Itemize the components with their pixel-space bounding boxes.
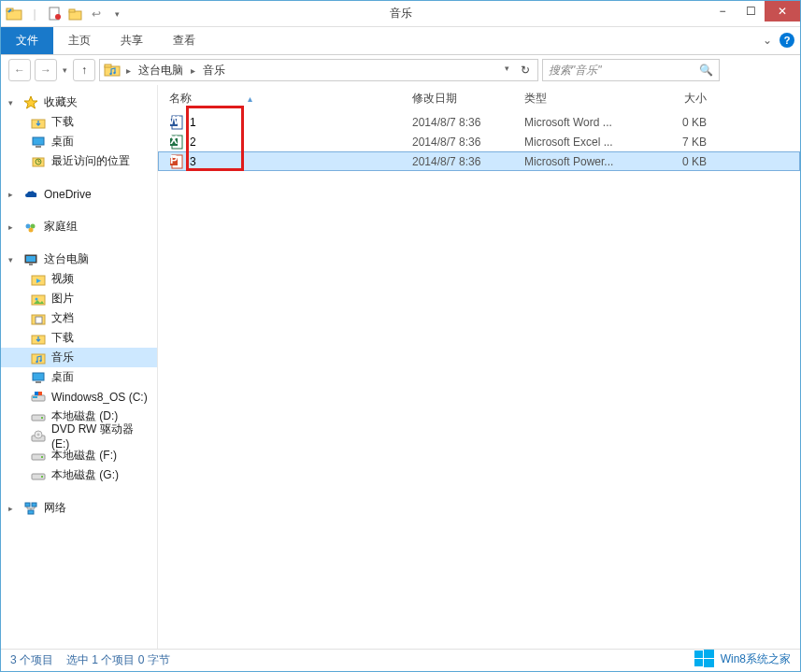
sidebar-item-label: OneDrive [44,188,92,201]
file-row[interactable]: X 2 2014/8/7 8:36 Microsoft Excel ... 7 … [158,132,800,151]
svg-point-17 [29,227,34,232]
file-name: 3 [190,155,412,168]
sidebar-item-homegroup[interactable]: ▸ 家庭组 [1,217,157,236]
breadcrumb-item[interactable]: 音乐 [201,63,227,79]
dvd-drive-icon [31,429,46,444]
search-icon: 🔍 [699,64,713,77]
close-button[interactable]: ✕ [765,1,800,21]
tree-group-thispc: ▾ 这台电脑 视频 图片 文档 下载 音乐 桌面 Windows8_OS (C:… [1,250,157,485]
svg-rect-31 [36,381,41,383]
breadcrumb-sep-icon[interactable]: ▸ [187,65,199,76]
sidebar-item-recent[interactable]: 最近访问的位置 [1,151,157,171]
drive-icon [31,409,46,424]
svg-rect-12 [36,146,41,148]
column-header-type[interactable]: 类型 [524,91,641,107]
undo-icon[interactable]: ↩ [87,5,106,23]
qat-dropdown-icon[interactable]: ▾ [107,5,126,23]
chevron-right-icon[interactable]: ▸ [8,190,18,199]
desktop-icon [31,370,46,385]
watermark-text: Win8系统之家 [721,651,791,667]
sidebar-item-desktop[interactable]: 桌面 [1,132,157,151]
sidebar-item-label: 家庭组 [44,219,78,235]
sidebar-item-desktop[interactable]: 桌面 [1,367,157,387]
minimize-button[interactable]: − [708,1,737,21]
svg-rect-42 [41,456,43,458]
tab-file[interactable]: 文件 [1,27,53,54]
help-icon[interactable]: ? [780,33,794,48]
file-date: 2014/8/7 8:36 [412,136,524,149]
file-row[interactable]: W 1 2014/8/7 8:36 Microsoft Word ... 0 K… [158,112,800,132]
sidebar-item-drive-g[interactable]: 本地磁盘 (G:) [1,465,157,485]
chevron-down-icon[interactable]: ▾ [8,98,18,107]
music-folder-icon [31,350,46,365]
homegroup-icon [23,220,38,235]
breadcrumb-dropdown-icon[interactable]: ▾ [499,64,515,77]
maximize-button[interactable]: ☐ [737,1,765,21]
column-header-date[interactable]: 修改日期 [412,91,524,107]
svg-rect-45 [25,503,30,507]
svg-rect-46 [32,503,36,507]
sidebar-item-label: 本地磁盘 (G:) [51,467,119,483]
tab-home[interactable]: 主页 [53,27,106,54]
sidebar-item-label: 网络 [44,500,66,516]
chevron-right-icon[interactable]: ▸ [8,222,18,232]
sidebar-item-drive-c[interactable]: Windows8_OS (C:) [1,387,157,407]
column-header-size[interactable]: 大小 [641,91,707,107]
sidebar-item-dvd[interactable]: DVD RW 驱动器 (E:) [1,426,157,446]
svg-rect-58 [704,650,714,658]
sidebar-item-network[interactable]: ▸ 网络 [1,498,157,518]
file-type: Microsoft Excel ... [524,136,641,149]
back-button[interactable]: ← [8,59,31,81]
svg-rect-59 [694,659,703,666]
sidebar-item-label: DVD RW 驱动器 (E:) [51,422,153,450]
chevron-right-icon[interactable]: ▸ [8,504,18,513]
properties-icon[interactable] [46,5,64,23]
svg-rect-57 [694,651,703,658]
status-item-count: 3 个项目 [10,652,53,668]
watermark: Win8系统之家 [694,649,791,669]
sidebar-item-onedrive[interactable]: ▸ OneDrive [1,184,157,204]
recent-locations-icon[interactable]: ▾ [61,65,69,75]
sidebar-item-pictures[interactable]: 图片 [1,289,157,308]
search-input[interactable]: 搜索"音乐" 🔍 [542,59,720,81]
quick-access-toolbar: | ↩ ▾ [1,5,130,23]
sidebar-item-downloads[interactable]: 下载 [1,112,157,132]
sidebar-item-downloads[interactable]: 下载 [1,328,157,348]
file-size: 0 KB [641,155,707,168]
sidebar-item-label: 图片 [51,291,74,307]
svg-rect-47 [28,510,34,514]
forward-button[interactable]: → [35,59,57,81]
breadcrumb-sep-icon[interactable]: ▸ [122,65,135,76]
column-header-name[interactable]: 名称▴ [169,91,412,107]
file-type: Microsoft Power... [524,155,641,168]
tab-share[interactable]: 共享 [106,27,158,54]
sidebar-item-label: 音乐 [51,350,74,365]
sidebar-item-thispc[interactable]: ▾ 这台电脑 [1,250,157,269]
up-button[interactable]: ↑ [73,59,95,81]
status-selection: 选中 1 个项目 0 字节 [66,652,170,668]
statusbar: 3 个项目 选中 1 个项目 0 字节 Win8系统之家 [1,649,800,671]
refresh-icon[interactable]: ↻ [517,64,534,77]
sidebar-item-documents[interactable]: 文档 [1,308,157,328]
sidebar-item-videos[interactable]: 视频 [1,269,157,289]
titlebar: | ↩ ▾ 音乐 − ☐ ✕ [1,1,800,27]
svg-text:W: W [169,115,179,127]
chevron-down-icon[interactable]: ▾ [8,255,18,265]
search-placeholder: 搜索"音乐" [549,63,699,79]
file-row[interactable]: P 3 2014/8/7 8:36 Microsoft Power... 0 K… [158,151,800,171]
window-title: 音乐 [390,6,412,21]
ribbon-expand-icon[interactable]: ⌄ [763,34,772,47]
svg-point-15 [26,223,31,228]
drive-os-icon [31,390,46,405]
tab-view[interactable]: 查看 [158,27,210,54]
breadcrumb-item[interactable]: 这台电脑 [136,63,185,79]
sidebar-item-music[interactable]: 音乐 [1,348,157,367]
new-folder-icon[interactable] [66,5,85,23]
navbar: ← → ▾ ↑ ▸ 这台电脑 ▸ 音乐 ▾ ↻ 搜索"音乐" 🔍 [1,55,800,85]
breadcrumb[interactable]: ▸ 这台电脑 ▸ 音乐 ▾ ↻ [99,59,538,81]
svg-point-23 [36,297,38,300]
videos-folder-icon [31,272,46,287]
file-name: 2 [190,136,412,149]
sidebar-item-favorites[interactable]: ▾ 收藏夹 [1,93,157,112]
desktop-icon [31,135,46,150]
